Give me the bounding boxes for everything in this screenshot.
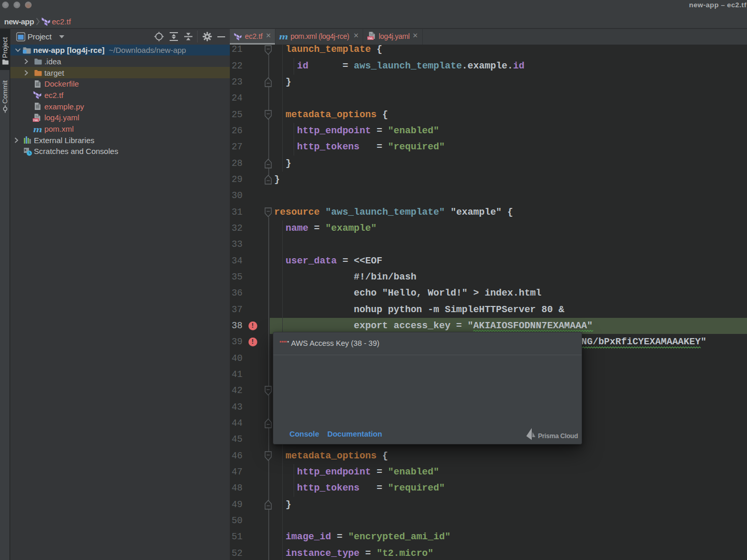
svg-text:YML: YML	[33, 118, 39, 121]
svg-text:YML: YML	[368, 37, 374, 40]
